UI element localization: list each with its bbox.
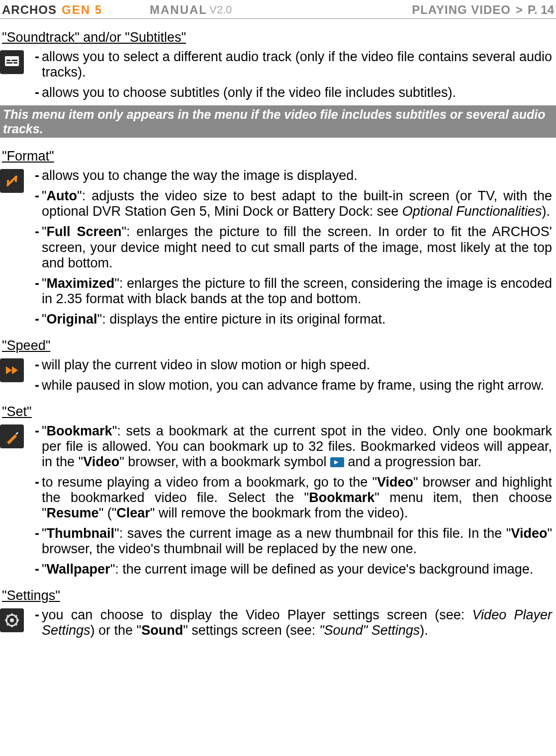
bookmark-symbol-icon bbox=[330, 457, 344, 467]
bullet-format-fullscreen: "Full Screen": enlarges the picture to f… bbox=[35, 224, 552, 270]
bullet-set-bookmark: "Bookmark": sets a bookmark at the curre… bbox=[35, 423, 552, 470]
bullet-speed-frame: while paused in slow motion, you can adv… bbox=[35, 378, 552, 393]
heading-settings: "Settings" bbox=[2, 588, 556, 603]
bullet-format-original: "Original": displays the entire picture … bbox=[35, 312, 552, 327]
heading-format: "Format" bbox=[2, 149, 556, 164]
bullet-audio-track: allows you to select a different audio t… bbox=[35, 49, 552, 80]
page-number: P. 14 bbox=[528, 3, 554, 17]
manual-version: V2.0 bbox=[209, 3, 232, 16]
svg-point-6 bbox=[10, 618, 14, 622]
bullet-subtitles: allows you to choose subtitles (only if … bbox=[35, 85, 552, 100]
bullet-speed-play: will play the current video in slow moti… bbox=[35, 357, 552, 373]
bullet-format-maximized: "Maximized": enlarges the picture to fil… bbox=[35, 276, 552, 307]
settings-icon bbox=[0, 608, 24, 632]
note-subtitles: This menu item only appears in the menu … bbox=[0, 105, 556, 138]
bullet-format-auto: "Auto": adjusts the video size to best a… bbox=[35, 188, 552, 219]
heading-soundtrack: "Soundtrack" and/or "Subtitles" bbox=[2, 30, 556, 45]
set-icon bbox=[0, 424, 24, 448]
bullet-format-intro: allows you to change the way the image i… bbox=[35, 168, 552, 183]
svg-rect-2 bbox=[13, 62, 17, 64]
manual-label: MANUAL bbox=[150, 3, 207, 17]
archos-logo: ARCHOS bbox=[2, 3, 57, 17]
bullet-settings: you can choose to display the Video Play… bbox=[35, 607, 552, 638]
svg-rect-1 bbox=[6, 62, 12, 64]
section-title: PLAYING VIDEO bbox=[412, 3, 511, 17]
svg-rect-4 bbox=[11, 60, 17, 61]
page-header: ARCHOS GEN 5 MANUAL V2.0 PLAYING VIDEO >… bbox=[0, 0, 556, 19]
bullet-set-thumbnail: "Thumbnail": saves the current image as … bbox=[35, 526, 552, 557]
heading-speed: "Speed" bbox=[2, 338, 556, 353]
gen5-label: GEN 5 bbox=[62, 3, 102, 17]
speed-icon bbox=[0, 358, 24, 382]
separator: > bbox=[516, 3, 523, 17]
subtitles-icon bbox=[0, 50, 24, 74]
bullet-set-wallpaper: "Wallpaper": the current image will be d… bbox=[35, 562, 552, 577]
heading-set: "Set" bbox=[2, 404, 556, 420]
svg-rect-3 bbox=[6, 60, 10, 61]
bullet-set-resume: to resume playing a video from a bookmar… bbox=[35, 475, 552, 521]
format-icon bbox=[0, 169, 24, 193]
